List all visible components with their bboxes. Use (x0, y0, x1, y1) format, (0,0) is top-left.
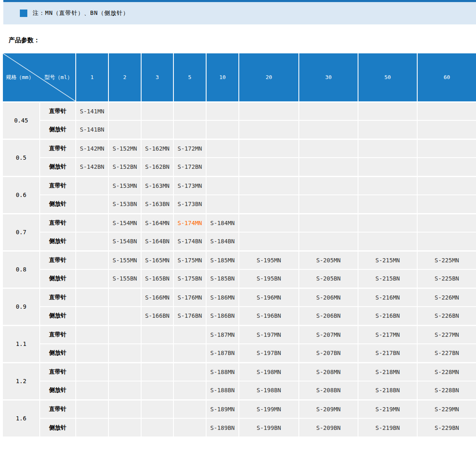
model-cell[interactable]: S-162MN (141, 139, 173, 158)
model-cell[interactable]: S-184BN (206, 232, 239, 251)
needle-type-label: 侧放针 (40, 307, 76, 325)
model-cell[interactable]: S-209MN (299, 400, 358, 418)
empty-cell (108, 381, 141, 400)
model-cell[interactable]: S-206BN (299, 307, 358, 325)
model-cell[interactable]: S-188BN (206, 381, 239, 400)
model-cell[interactable]: S-163MN (141, 176, 173, 195)
model-cell[interactable]: S-227MN (417, 325, 476, 344)
model-cell[interactable]: S-195BN (239, 269, 299, 288)
model-cell[interactable]: S-153MN (108, 176, 141, 195)
model-cell[interactable]: S-205MN (299, 251, 358, 269)
model-cell[interactable]: S-219BN (358, 418, 417, 437)
model-cell[interactable]: S-195MN (239, 251, 299, 269)
model-cell[interactable]: S-173BN (173, 195, 206, 214)
model-cell[interactable]: S-176MN (173, 288, 206, 307)
model-cell[interactable]: S-226BN (417, 307, 476, 325)
empty-cell (173, 325, 206, 344)
model-cell[interactable]: S-141MN (76, 102, 108, 120)
model-cell[interactable]: S-225MN (417, 251, 476, 269)
model-cell[interactable]: S-166BN (141, 307, 173, 325)
model-cell[interactable]: S-164BN (141, 232, 173, 251)
model-cell[interactable]: S-228BN (417, 381, 476, 400)
model-cell[interactable]: S-216BN (358, 307, 417, 325)
empty-cell (299, 120, 358, 139)
model-cell[interactable]: S-166MN (141, 288, 173, 307)
model-cell[interactable]: S-208MN (299, 362, 358, 381)
model-cell[interactable]: S-174BN (173, 232, 206, 251)
model-cell[interactable]: S-154BN (108, 232, 141, 251)
model-cell[interactable]: S-216MN (358, 288, 417, 307)
model-cell[interactable]: S-198MN (239, 362, 299, 381)
model-cell[interactable]: S-219MN (358, 400, 417, 418)
model-cell[interactable]: S-165MN (141, 251, 173, 269)
model-cell[interactable]: S-174MN (173, 214, 206, 232)
model-cell[interactable]: S-206MN (299, 288, 358, 307)
model-cell[interactable]: S-209BN (299, 418, 358, 437)
model-cell[interactable]: S-205BN (299, 269, 358, 288)
model-cell[interactable]: S-163BN (141, 195, 173, 214)
model-cell[interactable]: S-199MN (239, 400, 299, 418)
model-cell[interactable]: S-185BN (206, 269, 239, 288)
empty-cell (239, 102, 299, 120)
empty-cell (239, 232, 299, 251)
model-cell[interactable]: S-152MN (108, 139, 141, 158)
model-cell[interactable]: S-197MN (239, 325, 299, 344)
model-cell[interactable]: S-153BN (108, 195, 141, 214)
model-cell[interactable]: S-196MN (239, 288, 299, 307)
model-cell[interactable]: S-227BN (417, 344, 476, 362)
model-cell[interactable]: S-152BN (108, 158, 141, 176)
model-cell[interactable]: S-164MN (141, 214, 173, 232)
model-cell[interactable]: S-142MN (76, 139, 108, 158)
model-cell[interactable]: S-218BN (358, 381, 417, 400)
empty-cell (76, 325, 108, 344)
note-text: 注：MN（直带针）、BN（侧放针） (33, 10, 129, 17)
spec-cell: 0.8 (2, 251, 40, 288)
model-cell[interactable]: S-155BN (108, 269, 141, 288)
model-cell[interactable]: S-162BN (141, 158, 173, 176)
model-cell[interactable]: S-175MN (173, 251, 206, 269)
model-cell[interactable]: S-154MN (108, 214, 141, 232)
empty-cell (299, 232, 358, 251)
model-cell[interactable]: S-189BN (206, 418, 239, 437)
model-cell[interactable]: S-228MN (417, 362, 476, 381)
model-cell[interactable]: S-229MN (417, 400, 476, 418)
model-cell[interactable]: S-172BN (173, 158, 206, 176)
empty-cell (358, 195, 417, 214)
model-cell[interactable]: S-218MN (358, 362, 417, 381)
model-cell[interactable]: S-199BN (239, 418, 299, 437)
table-row: 0.5直带针S-142MNS-152MNS-162MNS-172MN (2, 139, 476, 158)
model-cell[interactable]: S-197BN (239, 344, 299, 362)
model-cell[interactable]: S-188MN (206, 362, 239, 381)
model-cell[interactable]: S-172MN (173, 139, 206, 158)
model-cell[interactable]: S-165BN (141, 269, 173, 288)
table-row: 侧放针S-155BNS-165BNS-175BNS-185BNS-195BNS-… (2, 269, 476, 288)
model-cell[interactable]: S-187BN (206, 344, 239, 362)
model-cell[interactable]: S-176BN (173, 307, 206, 325)
model-cell[interactable]: S-225BN (417, 269, 476, 288)
model-cell[interactable]: S-175BN (173, 269, 206, 288)
model-cell[interactable]: S-207MN (299, 325, 358, 344)
model-cell[interactable]: S-187MN (206, 325, 239, 344)
model-cell[interactable]: S-196BN (239, 307, 299, 325)
model-cell[interactable]: S-208BN (299, 381, 358, 400)
empty-cell (299, 158, 358, 176)
model-cell[interactable]: S-141BN (76, 120, 108, 139)
spec-axis-label: 规格（mm） (6, 74, 34, 81)
model-cell[interactable]: S-215BN (358, 269, 417, 288)
model-cell[interactable]: S-184MN (206, 214, 239, 232)
model-cell[interactable]: S-186MN (206, 288, 239, 307)
model-cell[interactable]: S-189MN (206, 400, 239, 418)
model-cell[interactable]: S-226MN (417, 288, 476, 307)
model-cell[interactable]: S-217BN (358, 344, 417, 362)
model-cell[interactable]: S-186BN (206, 307, 239, 325)
model-cell[interactable]: S-155MN (108, 251, 141, 269)
model-cell[interactable]: S-229BN (417, 418, 476, 437)
model-cell[interactable]: S-142BN (76, 158, 108, 176)
model-cell[interactable]: S-207BN (299, 344, 358, 362)
model-cell[interactable]: S-217MN (358, 325, 417, 344)
model-cell[interactable]: S-198BN (239, 381, 299, 400)
model-cell[interactable]: S-173MN (173, 176, 206, 195)
needle-type-label: 直带针 (40, 325, 76, 344)
model-cell[interactable]: S-215MN (358, 251, 417, 269)
model-cell[interactable]: S-185MN (206, 251, 239, 269)
